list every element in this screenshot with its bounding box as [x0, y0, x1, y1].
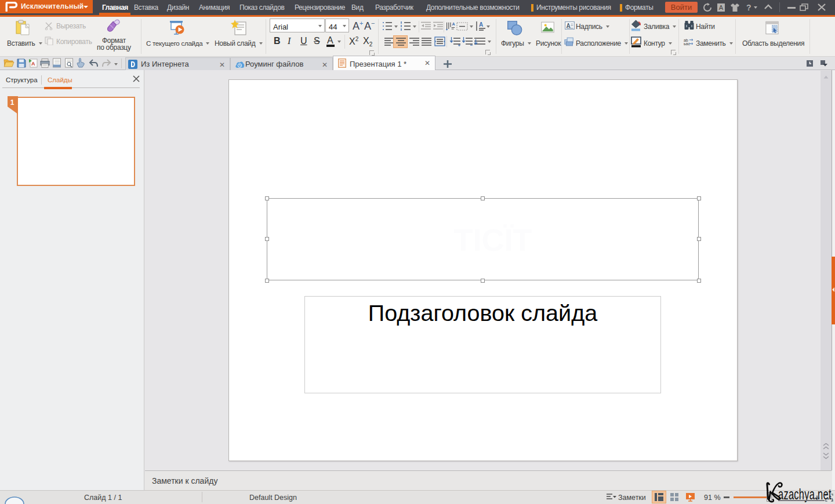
svg-text:A: A	[719, 4, 724, 11]
svg-text:A: A	[567, 23, 571, 29]
svg-text:1: 1	[10, 98, 14, 107]
svg-text:ьac: ьac	[684, 42, 690, 46]
svg-text:A: A	[452, 21, 455, 27]
svg-text:A: A	[31, 61, 35, 67]
svg-text:A: A	[479, 21, 483, 28]
